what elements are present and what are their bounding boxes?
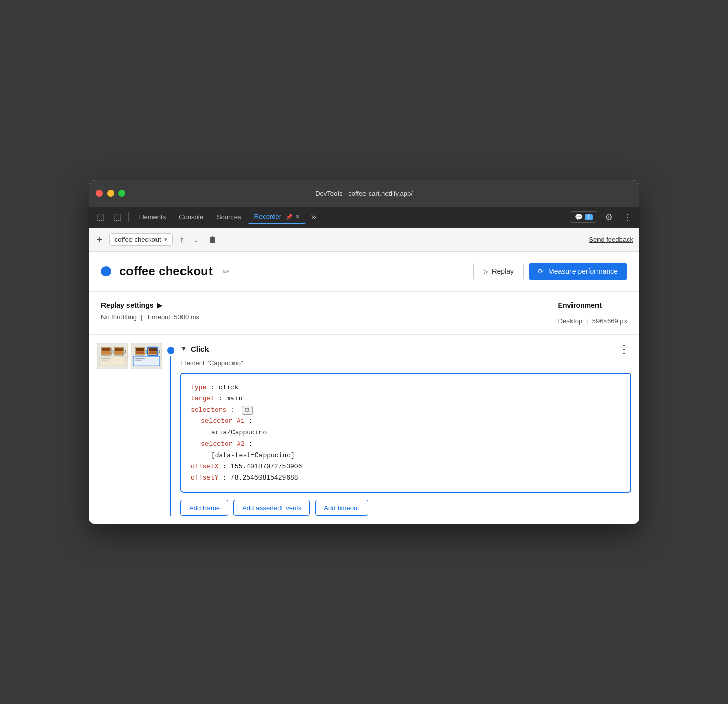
title-bar: DevTools - coffee-cart.netlify.app/ xyxy=(89,180,639,207)
selectors-key: selectors xyxy=(191,406,226,414)
code-selector2-val-line: [data-test=Cappucino] xyxy=(191,450,621,461)
svg-rect-12 xyxy=(136,348,144,351)
tab-elements[interactable]: Elements xyxy=(132,210,172,224)
export-button[interactable]: ↑ xyxy=(177,233,187,246)
code-selector1-val-line: aria/Cappucino xyxy=(191,427,621,438)
svg-rect-8 xyxy=(101,358,111,359)
chat-icon: 💬 xyxy=(575,213,583,221)
traffic-lights xyxy=(96,190,125,197)
import-button[interactable]: ↓ xyxy=(191,233,201,246)
tab-console[interactable]: Console xyxy=(173,210,210,224)
code-selector1-line: selector #1 : xyxy=(191,416,621,427)
device-icon[interactable]: ⬚ xyxy=(110,209,125,225)
svg-rect-5 xyxy=(115,348,123,351)
replay-settings-detail: No throttling | Timeout: 5000 ms xyxy=(101,313,199,321)
step-header: ▼ Click ⋮ xyxy=(180,343,631,355)
step-dot xyxy=(167,347,174,354)
recording-status-dot xyxy=(101,266,111,276)
thumbnail-svg-2 xyxy=(131,343,162,369)
code-target-line: target : main xyxy=(191,393,621,405)
recording-view: coffee checkout ✏ ▷ Replay ⟳ Measure per… xyxy=(89,252,639,524)
tab-recorder[interactable]: Recorder 📌 ✕ xyxy=(248,210,306,224)
step-more-button[interactable]: ⋮ xyxy=(617,343,631,355)
chevron-down-icon: ▾ xyxy=(164,236,167,243)
settings-panel: Replay settings ▶ No throttling | Timeou… xyxy=(89,292,639,335)
offsetX-key: offsetX xyxy=(191,463,219,470)
devtools-window: DevTools - coffee-cart.netlify.app/ ⬚ ⬚ … xyxy=(89,180,639,524)
replay-settings-col: Replay settings ▶ No throttling | Timeou… xyxy=(101,301,199,325)
minimize-button[interactable] xyxy=(107,190,114,197)
offsetY-val: 78.25460815429688 xyxy=(230,474,298,482)
send-feedback-link[interactable]: Send feedback xyxy=(589,236,633,243)
add-frame-button[interactable]: Add frame xyxy=(180,500,228,516)
recorder-header: + coffee checkout ▾ ↑ ↓ 🗑 Send feedback xyxy=(89,228,639,252)
feedback-button[interactable]: 💬 1 xyxy=(570,211,597,223)
step-line xyxy=(170,356,171,516)
selector1-key: selector #1 xyxy=(201,417,245,425)
more-options-button[interactable]: ⋮ xyxy=(620,210,635,225)
type-key: type xyxy=(191,384,206,391)
maximize-button[interactable] xyxy=(118,190,125,197)
cursor-icon[interactable]: ⬚ xyxy=(93,209,109,225)
code-offsetX-line: offsetX : 155.40187072753906 xyxy=(191,461,621,472)
recorder-close-icon[interactable]: ✕ xyxy=(295,214,300,220)
svg-rect-2 xyxy=(102,348,110,351)
add-recording-button[interactable]: + xyxy=(95,234,105,246)
svg-rect-9 xyxy=(101,360,108,361)
step-thumbnail xyxy=(97,343,163,516)
recorder-pin-icon: 📌 xyxy=(285,214,293,220)
tab-separator xyxy=(128,212,129,222)
settings-button[interactable]: ⚙ xyxy=(602,210,616,225)
replay-settings-title[interactable]: Replay settings ▶ xyxy=(101,301,199,309)
environment-title: Environment xyxy=(558,301,627,309)
selector-tool-icon[interactable]: ⬚ xyxy=(242,406,253,415)
step-content: ▼ Click ⋮ Element "Cappucino" type : cli… xyxy=(180,343,631,516)
add-asserted-events-button[interactable]: Add assertedEvents xyxy=(233,500,310,516)
tab-right-actions: 💬 1 ⚙ ⋮ xyxy=(570,210,635,225)
step-expand-icon[interactable]: ▼ xyxy=(180,345,187,353)
replay-button[interactable]: ▷ Replay xyxy=(473,263,524,280)
thumbnail-svg-1 xyxy=(97,343,128,369)
feedback-count: 1 xyxy=(585,214,593,220)
step-type-label: Click xyxy=(191,345,209,354)
window-title: DevTools - coffee-cart.netlify.app/ xyxy=(315,190,413,197)
step-connector xyxy=(167,343,174,516)
step-code-block: type : click target : main selectors : ⬚ xyxy=(180,373,631,493)
delete-button[interactable]: 🗑 xyxy=(205,233,220,246)
svg-rect-13 xyxy=(136,351,144,354)
more-tabs-button[interactable]: » xyxy=(307,210,320,224)
code-selectors-line: selectors : ⬚ xyxy=(191,405,621,416)
play-icon: ▷ xyxy=(483,267,488,275)
type-val: click xyxy=(219,384,239,391)
step-element-label: Element "Cappucino" xyxy=(180,359,631,367)
performance-icon: ⟳ xyxy=(538,267,544,275)
target-key: target xyxy=(191,395,215,403)
steps-area: ▼ Click ⋮ Element "Cappucino" type : cli… xyxy=(89,335,639,524)
expand-icon: ▶ xyxy=(157,301,162,309)
title-actions: ▷ Replay ⟳ Measure performance xyxy=(473,263,627,280)
measure-performance-button[interactable]: ⟳ Measure performance xyxy=(529,263,627,280)
recording-selector[interactable]: coffee checkout ▾ xyxy=(109,233,173,246)
svg-rect-18 xyxy=(135,358,145,359)
thumbnail-after xyxy=(131,343,162,369)
offsetY-key: offsetY xyxy=(191,474,219,482)
code-selector2-line: selector #2 : xyxy=(191,439,621,450)
offsetX-val: 155.40187072753906 xyxy=(230,463,302,470)
svg-rect-6 xyxy=(115,351,123,354)
devtools-tab-bar: ⬚ ⬚ Elements Console Sources Recorder 📌 … xyxy=(89,207,639,228)
recording-selector-name: coffee checkout xyxy=(115,236,161,243)
env-divider: | xyxy=(586,317,588,325)
recording-title-bar: coffee checkout ✏ ▷ Replay ⟳ Measure per… xyxy=(89,252,639,292)
add-timeout-button[interactable]: Add timeout xyxy=(315,500,368,516)
thumbnail-images xyxy=(97,343,163,369)
selector2-key: selector #2 xyxy=(201,440,245,448)
close-button[interactable] xyxy=(96,190,103,197)
svg-rect-3 xyxy=(102,351,110,354)
environment-detail: Desktop | 596×669 px xyxy=(558,317,627,325)
svg-rect-19 xyxy=(135,360,142,361)
edit-name-icon[interactable]: ✏ xyxy=(221,266,231,278)
action-buttons: Add frame Add assertedEvents Add timeout xyxy=(180,500,631,516)
tab-sources[interactable]: Sources xyxy=(211,210,247,224)
recording-name-label: coffee checkout xyxy=(119,264,213,279)
environment-col: Environment Desktop | 596×669 px xyxy=(558,301,627,325)
